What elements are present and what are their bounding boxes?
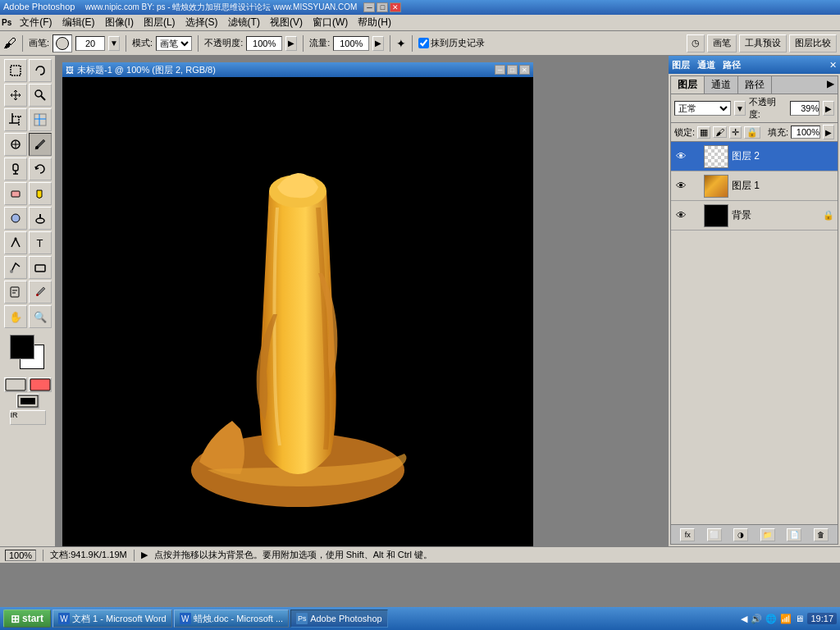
minimize-button[interactable]: ─ <box>363 2 375 12</box>
crop-tool[interactable] <box>4 108 27 131</box>
doc-title-text: 未标题-1 @ 100% (图层 2, RGB/8) <box>77 64 216 76</box>
title-bar-controls[interactable]: ─ □ ✕ <box>363 2 401 12</box>
flow-input[interactable] <box>333 36 369 51</box>
brush-preview[interactable] <box>52 34 72 52</box>
menu-select[interactable]: 选择(S) <box>180 14 223 31</box>
brush-tool[interactable] <box>29 133 52 156</box>
imageready-btn[interactable]: IR <box>10 410 46 425</box>
path-select-tool[interactable] <box>4 256 27 279</box>
panels-header: 图层 通道 路径 ✕ <box>669 56 840 74</box>
svg-point-26 <box>36 294 39 296</box>
layer-1-visibility[interactable]: 👁 <box>674 180 687 193</box>
lock-position-icon[interactable]: ✛ <box>729 126 742 139</box>
doc-minimize-btn[interactable]: ─ <box>495 65 505 75</box>
document-title-bar[interactable]: 🖼 未标题-1 @ 100% (图层 2, RGB/8) ─ □ ✕ <box>62 62 533 77</box>
lock-image-icon[interactable]: 🖌 <box>713 126 727 138</box>
doc-close-btn[interactable]: ✕ <box>519 65 530 75</box>
menu-help[interactable]: 帮助(H) <box>353 14 396 31</box>
layer-delete-btn[interactable]: 🗑 <box>814 528 829 541</box>
lock-transparent-icon[interactable]: ▦ <box>697 126 710 139</box>
tab-paths[interactable]: 路径 <box>738 76 772 94</box>
layer-item-background[interactable]: 👁 背景 🔒 <box>671 201 838 231</box>
svg-rect-30 <box>21 398 35 404</box>
layer-group-btn[interactable]: 📁 <box>760 528 775 541</box>
history-checkbox-group[interactable]: 抹到历史记录 <box>418 37 485 49</box>
panels-close-btn[interactable]: ✕ <box>829 60 837 71</box>
fill-input[interactable] <box>791 126 820 139</box>
text-tool[interactable]: T <box>29 231 52 254</box>
blend-mode-select[interactable]: 正常 <box>674 101 731 116</box>
dodge-tool[interactable] <box>29 207 52 230</box>
lasso-tool[interactable] <box>29 59 52 82</box>
brush-size-input[interactable]: 20 <box>75 36 105 51</box>
tool-preset-btn[interactable]: 工具预设 <box>739 34 787 52</box>
layer-mask-btn[interactable]: ⬜ <box>707 528 722 541</box>
menu-edit[interactable]: 编辑(E) <box>57 14 100 31</box>
taskbar-item-word1[interactable]: W 文档 1 - Microsoft Word <box>52 609 172 628</box>
brush-size-arrow[interactable]: ▼ <box>108 36 120 51</box>
layer-opacity-input[interactable] <box>790 101 819 116</box>
standard-mode-btn[interactable] <box>4 377 27 392</box>
history-brush-tool[interactable] <box>29 158 52 180</box>
mode-select[interactable]: 画笔 <box>156 36 192 51</box>
menu-window[interactable]: 窗口(W) <box>308 14 353 31</box>
layer-compare-btn[interactable]: 图层比较 <box>789 34 837 52</box>
clone-tool[interactable] <box>4 158 27 180</box>
history-palette-btn[interactable]: ◷ <box>687 34 705 52</box>
document-canvas[interactable] <box>62 77 533 546</box>
fill-tool[interactable] <box>29 182 52 205</box>
start-button[interactable]: ⊞ start <box>3 609 51 628</box>
layers-panel-arrow[interactable]: ▶ <box>824 76 838 94</box>
tab-channels[interactable]: 通道 <box>705 76 738 94</box>
foreground-color[interactable] <box>10 335 34 359</box>
blend-mode-arrow[interactable]: ▼ <box>734 101 746 116</box>
blur-tool[interactable] <box>4 207 27 230</box>
notes-tool[interactable] <box>4 281 27 304</box>
menu-image[interactable]: 图像(I) <box>100 14 139 31</box>
color-swatches <box>10 335 46 371</box>
magic-wand-tool[interactable] <box>29 84 52 107</box>
brush-btn[interactable]: 画笔 <box>707 34 737 52</box>
pen-tool[interactable] <box>4 231 27 254</box>
lock-all-icon[interactable]: 🔒 <box>744 126 760 139</box>
hand-tool[interactable]: ✋ <box>4 305 27 328</box>
shape-tool[interactable] <box>29 256 52 279</box>
taskbar-item-ps[interactable]: Ps Adobe Photoshop <box>290 609 387 628</box>
healing-tool[interactable] <box>4 133 27 156</box>
menu-file[interactable]: 文件(F) <box>15 14 57 31</box>
background-visibility[interactable]: 👁 <box>674 209 687 222</box>
opacity-input[interactable] <box>246 36 282 51</box>
fill-arrow[interactable]: ▶ <box>823 125 834 139</box>
layer-item-1[interactable]: 👁 图层 1 <box>671 171 838 201</box>
slice-tool[interactable] <box>29 108 52 131</box>
maximize-button[interactable]: □ <box>377 2 388 12</box>
tab-layers[interactable]: 图层 <box>671 76 705 94</box>
layer-fx-btn[interactable]: fx <box>680 528 695 541</box>
eraser-tool[interactable] <box>4 182 27 205</box>
taskbar-item-word2[interactable]: W 蜡烛.doc - Microsoft ... <box>174 609 289 628</box>
quick-mask-btn[interactable] <box>29 377 52 392</box>
candle-image <box>62 77 533 546</box>
eyedropper-tool[interactable] <box>29 281 52 304</box>
layer-opacity-arrow[interactable]: ▶ <box>823 101 834 116</box>
svg-point-20 <box>14 238 16 240</box>
layer-new-btn[interactable]: 📄 <box>787 528 801 541</box>
marquee-tool[interactable] <box>4 59 27 82</box>
layer-item-2[interactable]: 👁 图层 2 <box>671 142 838 171</box>
flow-arrow[interactable]: ▶ <box>372 36 384 51</box>
zoom-tool[interactable]: 🔍 <box>29 305 52 328</box>
history-checkbox[interactable] <box>418 38 429 48</box>
layer-2-visibility[interactable]: 👁 <box>674 150 687 163</box>
layers-bottom-bar: fx ⬜ ◑ 📁 📄 🗑 <box>671 524 838 544</box>
layer-adj-btn[interactable]: ◑ <box>733 528 748 541</box>
tray-arrow-left[interactable]: ◀ <box>741 614 747 624</box>
play-btn[interactable]: ▶ <box>141 550 148 560</box>
menu-view[interactable]: 视图(V) <box>265 14 308 31</box>
menu-layer[interactable]: 图层(L) <box>139 14 180 31</box>
close-button[interactable]: ✕ <box>390 2 401 12</box>
menu-filter[interactable]: 滤镜(T) <box>223 14 265 31</box>
opacity-arrow[interactable]: ▶ <box>285 36 297 51</box>
move-tool[interactable] <box>4 84 27 107</box>
screen-mode-btn[interactable] <box>16 394 39 409</box>
doc-maximize-btn[interactable]: □ <box>507 65 518 75</box>
